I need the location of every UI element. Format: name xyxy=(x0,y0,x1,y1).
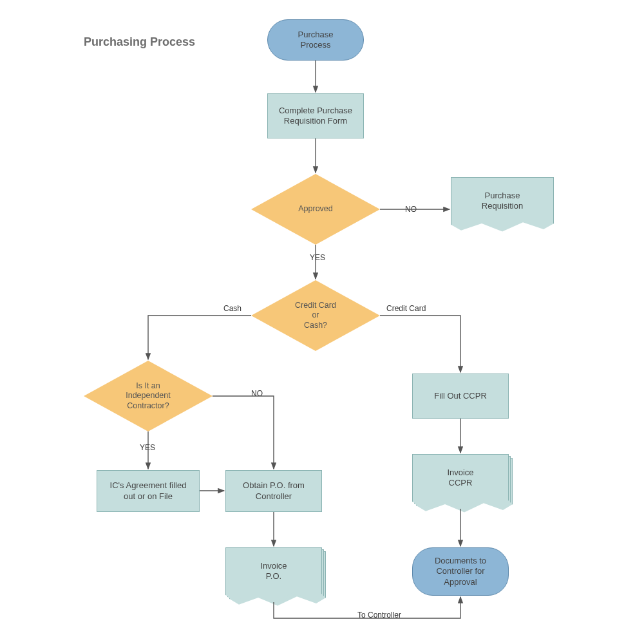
diagram-title: Purchasing Process xyxy=(84,35,195,49)
node-approved: Approved xyxy=(251,174,380,245)
node-invoice-ccpr-label: InvoiceCCPR xyxy=(412,454,509,512)
node-invoice-po-label: InvoiceP.O. xyxy=(225,547,322,605)
node-ic-agreement: IC's Agreement filledout or on File xyxy=(97,470,200,512)
node-start: PurchaseProcess xyxy=(267,19,364,61)
node-credit-or-cash-label: Credit CardorCash? xyxy=(295,301,336,331)
node-independent-contractor: Is It anIndependentContractor? xyxy=(84,361,213,431)
node-approved-label: Approved xyxy=(298,204,333,214)
edge-label-approved-yes: YES xyxy=(308,253,327,262)
node-docs-to-controller: Documents toController forApproval xyxy=(412,547,509,596)
edge-label-cash: Cash xyxy=(222,304,243,313)
node-purchase-requisition-doc-label: PurchaseRequisition xyxy=(451,177,554,235)
node-purchase-requisition-doc: PurchaseRequisition xyxy=(451,177,554,235)
node-credit-or-cash: Credit CardorCash? xyxy=(251,280,380,351)
edge-label-to-controller: To Controller xyxy=(356,611,402,620)
node-independent-contractor-label: Is It anIndependentContractor? xyxy=(126,381,171,412)
node-fill-ccpr: Fill Out CCPR xyxy=(412,374,509,419)
node-invoice-po: InvoiceP.O. xyxy=(225,547,322,605)
node-invoice-ccpr: InvoiceCCPR xyxy=(412,454,509,512)
edge-label-approved-no: NO xyxy=(404,205,418,214)
node-requisition-form: Complete PurchaseRequisition Form xyxy=(267,93,364,138)
edge-label-credit-card: Credit Card xyxy=(385,304,427,313)
edge-label-ic-no: NO xyxy=(250,389,264,398)
edge-label-ic-yes: YES xyxy=(138,443,156,452)
node-obtain-po: Obtain P.O. fromController xyxy=(225,470,322,512)
